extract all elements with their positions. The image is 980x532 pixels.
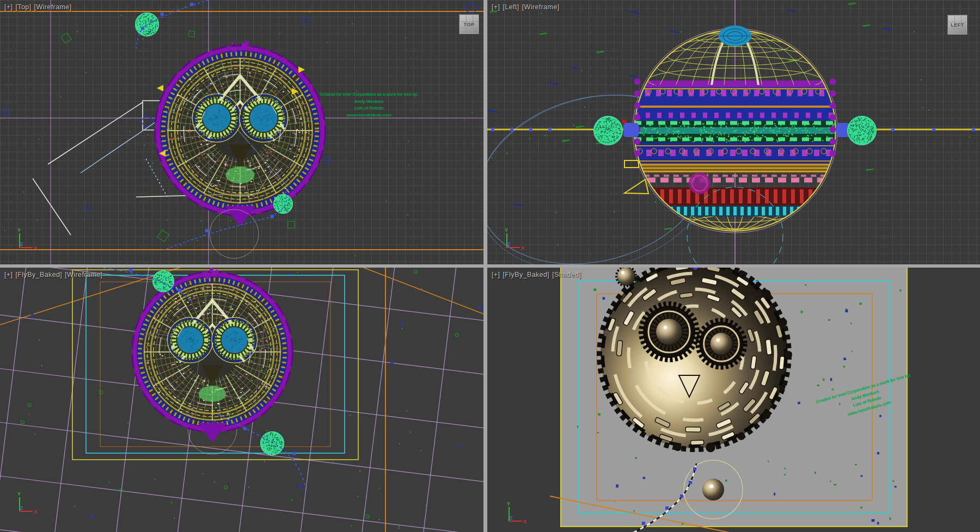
svg-text:Y: Y xyxy=(505,227,508,233)
viewport-menu-general[interactable]: [+] xyxy=(492,271,500,279)
viewport-menu-general[interactable]: [+] xyxy=(4,3,13,11)
viewport-label: [+][Top][Wireframe] xyxy=(4,3,75,11)
viewport-bottom-right[interactable]: YXZ [+][FlyBy_Baked][Shaded] Created for… xyxy=(487,268,980,532)
viewcube[interactable]: LEFT xyxy=(947,15,967,35)
viewport-label: [+][FlyBy_Baked][Shaded] xyxy=(492,271,584,279)
viewport-bottom-left-canvas[interactable]: YXZ xyxy=(0,268,483,532)
svg-text:X: X xyxy=(34,245,37,251)
viewcube-face-label: TOP xyxy=(464,22,475,27)
viewport-label: [+][FlyBy_Baked][Wireframe] xyxy=(4,271,105,279)
viewport-menu-shading[interactable]: [Wireframe] xyxy=(65,271,102,279)
svg-text:X: X xyxy=(521,245,524,251)
svg-text:Y: Y xyxy=(507,501,510,506)
svg-text:Y: Y xyxy=(17,227,21,233)
viewport-top-left-canvas[interactable]: YXZ xyxy=(0,0,483,264)
svg-text:Y: Y xyxy=(17,491,21,497)
viewport-menu-pov[interactable]: [FlyBy_Baked] xyxy=(503,271,549,279)
viewcube[interactable]: TOP xyxy=(459,14,479,34)
svg-text:Z: Z xyxy=(510,515,513,521)
svg-text:X: X xyxy=(523,519,526,524)
svg-text:Z: Z xyxy=(20,242,23,247)
viewport-bottom-left[interactable]: YXZ [+][FlyBy_Baked][Wireframe] xyxy=(0,268,483,532)
viewport-menu-pov[interactable]: [Top] xyxy=(15,3,31,11)
viewport-bottom-right-canvas[interactable]: YXZ xyxy=(487,268,980,532)
viewport-menu-pov[interactable]: [Left] xyxy=(503,3,519,11)
viewcube-face-label: LEFT xyxy=(951,22,964,28)
viewport-top-right-canvas[interactable]: YXZ xyxy=(487,0,980,264)
viewport-menu-shading[interactable]: [Shaded] xyxy=(552,271,581,279)
viewport-label: [+][Left][Wireframe] xyxy=(492,3,562,11)
viewport-top-left[interactable]: YXZ [+][Top][Wireframe] TOP Created for … xyxy=(0,0,483,264)
viewport-menu-general[interactable]: [+] xyxy=(4,271,13,279)
viewport-menu-general[interactable]: [+] xyxy=(492,3,500,11)
svg-text:Z: Z xyxy=(507,242,511,247)
viewport-menu-shading[interactable]: [Wireframe] xyxy=(522,3,560,11)
svg-text:Z: Z xyxy=(20,505,23,511)
viewport-menu-pov[interactable]: [FlyBy_Baked] xyxy=(15,271,62,279)
viewport-top-right[interactable]: YXZ [+][Left][Wireframe] LEFT xyxy=(487,0,980,264)
viewport-quad-layout: YXZ [+][Top][Wireframe] TOP Created for … xyxy=(0,0,980,532)
viewport-menu-shading[interactable]: [Wireframe] xyxy=(34,3,72,11)
svg-text:X: X xyxy=(34,509,37,515)
